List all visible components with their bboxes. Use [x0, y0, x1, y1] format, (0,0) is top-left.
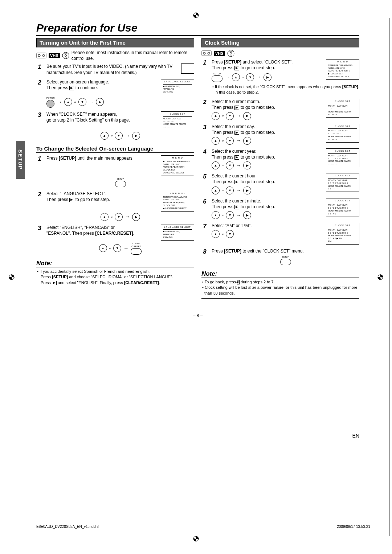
or-label: or: [111, 134, 113, 137]
clear-button-icon: [131, 248, 142, 255]
up-button-icon: ▲: [212, 161, 220, 169]
step-number: 4: [201, 148, 208, 169]
disc-icon: VIDEOCD: [227, 50, 234, 57]
left-column: Turning on Unit for the First Time VHS V…: [36, 38, 194, 299]
step-number: 5: [201, 173, 208, 194]
step-text: Select the current minute.: [212, 198, 322, 204]
note-body: • If you accidentally select Spanish or …: [36, 269, 194, 288]
arrow-icon: →: [236, 137, 241, 144]
or-label: or: [74, 100, 76, 103]
step-text: Then press ▶ to go to next step.: [212, 179, 322, 185]
step-number: 2: [201, 99, 208, 120]
page-right-rule: [389, 18, 389, 536]
right-column: Clock Setting VHS VIDEOCD 1: [201, 38, 359, 299]
right-button-icon: ▶: [243, 211, 251, 219]
down-button-icon: ▼: [226, 211, 234, 219]
footer-file: E8E0AUD_DV220SL8A_EN_v1.indd 8: [36, 525, 99, 529]
step-text: Select the current year.: [212, 148, 322, 154]
arrow-icon: →: [89, 99, 94, 106]
registration-mark-icon: [193, 12, 199, 18]
osd-clock-set: CLOCK SET MONTH DAY YEAR - - / - - - - -…: [326, 99, 359, 118]
up-button-icon: ▲: [99, 244, 107, 252]
setup-label: SETUP: [117, 177, 124, 180]
right-button-icon: ▶: [243, 112, 251, 120]
step-text: Press [SETUP] to exit the "CLOCK SET" me…: [212, 248, 359, 254]
up-button-icon: ▲: [212, 112, 220, 120]
sub-bullet: • If the clock is not set, the "CLOCK SE…: [212, 84, 359, 95]
page-title: Preparation for Use: [36, 22, 359, 36]
section-header-clock-setting: Clock Setting: [201, 38, 359, 48]
or-label: or: [242, 76, 244, 79]
down-button-icon: ▼: [226, 137, 234, 145]
down-button-icon: ▼: [226, 186, 234, 194]
step-text: "ESPAÑOL". Then press [CLEAR/C.RESET].: [46, 230, 157, 236]
down-button-icon: ▼: [246, 73, 254, 81]
setup-button-icon: [212, 75, 222, 82]
up-button-icon: ▲: [232, 73, 240, 81]
power-label: POWER: [46, 97, 55, 99]
arrow-icon: →: [125, 213, 130, 220]
svg-point-8: [65, 55, 66, 57]
step-text: Then press ▶ to go to next step.: [212, 130, 322, 135]
step-text: Then press ▶ to go to next step.: [212, 204, 322, 210]
svg-text:CD: CD: [65, 57, 67, 58]
or-label: or: [222, 139, 224, 142]
down-button-icon: ▼: [78, 98, 86, 106]
or-label: or: [222, 189, 224, 192]
right-button-icon: ▶: [132, 132, 140, 140]
osd-clock-set: CLOCK SET MONTH DAY YEAR 1 0 / 0 6 TUE 2…: [326, 173, 359, 192]
section-header-turning-on: Turning on Unit for the First Time: [36, 38, 194, 48]
arrow-icon: →: [236, 187, 241, 194]
step-text: Select the current day.: [212, 124, 322, 130]
svg-point-15: [230, 53, 232, 54]
down-button-icon: ▼: [113, 244, 121, 252]
osd-clock-set: CLOCK SET MONTH DAY YEAR 1 0 / 0 6 TUE 2…: [326, 198, 359, 217]
step-number: 7: [201, 223, 208, 245]
step-text: Then press ▶ to go to next step.: [46, 197, 157, 202]
step-text: Then press ▶ to go to next step.: [212, 104, 322, 110]
down-button-icon: ▼: [226, 112, 234, 120]
svg-point-12: [203, 52, 205, 54]
note-body: • To go back, press ◀ during steps 2 to …: [201, 279, 359, 299]
svg-point-13: [208, 52, 210, 54]
svg-point-5: [38, 54, 40, 57]
subsection-header: To Change the Selected On-screen Languag…: [36, 145, 194, 153]
step-number: 1: [201, 59, 208, 95]
osd-clock-set: CLOCK SET MONTH DAY YEAR 1 0 / 0 6 TUE 2…: [326, 148, 359, 167]
step-number: 2: [36, 191, 43, 221]
arrow-icon: →: [236, 212, 241, 219]
up-button-icon: ▲: [101, 132, 109, 140]
note-header: Note:: [36, 260, 194, 267]
step-number: 8: [201, 248, 208, 265]
step-text: Select your on-screen language.: [46, 79, 157, 85]
vhs-badge: VHS: [214, 51, 225, 56]
setup-label: SETUP: [282, 255, 289, 258]
side-tab-setup: SETUP: [16, 141, 25, 179]
up-button-icon: ▲: [64, 98, 72, 106]
registration-mark-icon: [9, 274, 15, 280]
tv-icon: [181, 63, 194, 74]
step-number: 3: [201, 124, 208, 145]
osd-main-menu: - M E N U - ▶ TIMER PROGRAMMING SATELLIT…: [161, 155, 194, 176]
osd-clock-set: CLOCK SET MONTH DAY YEAR 1 0 / - - - - -…: [326, 124, 359, 143]
or-label: or: [222, 164, 224, 167]
svg-text:VIDEO: VIDEO: [229, 51, 233, 52]
or-label: or: [109, 247, 111, 250]
arrow-icon: →: [236, 112, 241, 119]
up-button-icon: ▲: [212, 230, 220, 238]
registration-mark-icon: [193, 536, 199, 542]
osd-clock-set: CLOCK SET MONTH DAY YEAR 1 0 / 0 6 TUE 2…: [326, 223, 359, 245]
right-button-icon: ▶: [96, 98, 104, 106]
cassette-icon: [36, 52, 46, 59]
osd-main-menu: - M E N U - TIMER PROGRAMMING SATELLITE …: [161, 191, 194, 212]
page-number: – 8 –: [36, 313, 359, 318]
arrow-icon: →: [225, 74, 230, 81]
right-button-icon: ▶: [243, 161, 251, 169]
step-text: go to step 2 in "Clock Setting" on this …: [46, 117, 157, 123]
step-text: Then press ▶ to go to next step.: [212, 65, 322, 71]
arrow-icon: →: [123, 245, 128, 252]
footer-timestamp: 2009/09/17 13:53:21: [337, 525, 370, 529]
down-button-icon: ▼: [115, 132, 123, 140]
step-text: Press [SETUP] until the main menu appear…: [46, 155, 157, 161]
up-button-icon: ▲: [212, 186, 220, 194]
